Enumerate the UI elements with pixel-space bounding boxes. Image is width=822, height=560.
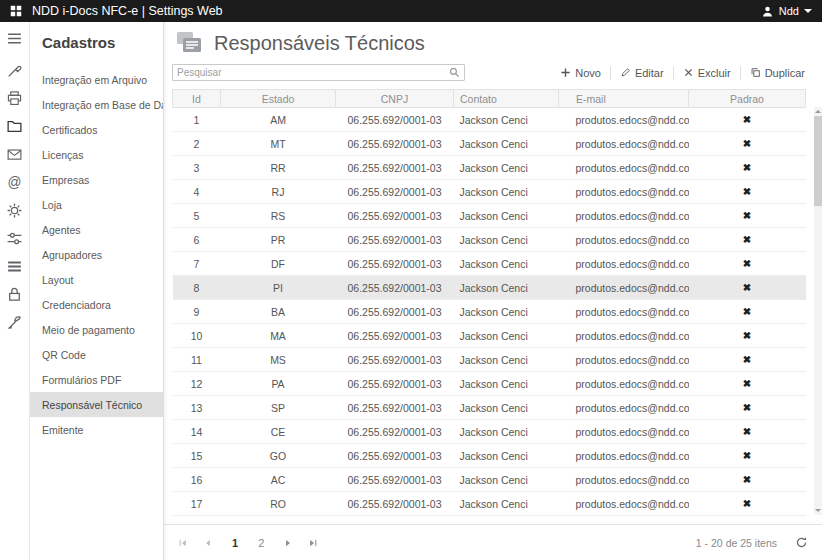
scroll-down-icon[interactable] <box>815 509 821 512</box>
folder-icon[interactable] <box>6 118 23 135</box>
column-header[interactable]: CNPJ <box>336 90 454 108</box>
padrao-x-icon: ✖ <box>689 468 806 492</box>
table-row[interactable]: 14CE06.255.692/0001-03Jackson Cenciprodu… <box>173 420 806 444</box>
search-icon[interactable] <box>449 67 460 78</box>
search-input[interactable] <box>177 67 449 78</box>
cell-id: 10 <box>173 324 221 348</box>
sidebar-item[interactable]: Formulários PDF <box>30 367 163 392</box>
excluir-label: Excluir <box>698 67 731 79</box>
table-row[interactable]: 5RS06.255.692/0001-03Jackson Cenciprodut… <box>173 204 806 228</box>
scrollbar-thumb[interactable] <box>814 116 822 206</box>
column-header[interactable]: Contato <box>454 90 559 108</box>
stack-icon[interactable] <box>6 258 23 275</box>
mail-icon[interactable] <box>6 146 23 163</box>
sidebar-item[interactable]: Empresas <box>30 167 163 192</box>
last-page-button[interactable] <box>308 538 318 548</box>
padrao-x-icon: ✖ <box>689 372 806 396</box>
table-row[interactable]: 7DF06.255.692/0001-03Jackson Cenciprodut… <box>173 252 806 276</box>
column-header[interactable]: Id <box>173 90 221 108</box>
sidebar-item[interactable]: Integração em Base de Dados <box>30 92 163 117</box>
table-row[interactable]: 8PI06.255.692/0001-03Jackson Cenciprodut… <box>173 276 806 300</box>
sidebar-item[interactable]: Emitente <box>30 417 163 442</box>
sidebar-item[interactable]: Credenciadora <box>30 292 163 317</box>
sidebar-item[interactable]: Licenças <box>30 142 163 167</box>
printer-icon[interactable] <box>6 90 23 107</box>
sidebar-item[interactable]: Agentes <box>30 217 163 242</box>
wrench-icon[interactable] <box>6 314 23 331</box>
sidebar-item[interactable]: Layout <box>30 267 163 292</box>
prev-page-icon <box>203 538 213 548</box>
table-scrollbar[interactable] <box>814 107 822 515</box>
padrao-x-icon: ✖ <box>689 252 806 276</box>
toolbar: Novo Editar Excluir Duplicar <box>164 60 822 89</box>
gear-icon[interactable] <box>6 202 23 219</box>
column-header[interactable]: E-mail <box>559 90 689 108</box>
cell-id: 1 <box>173 108 221 132</box>
padrao-x-icon: ✖ <box>689 324 806 348</box>
sidebar-item[interactable]: Loja <box>30 192 163 217</box>
delete-x-icon <box>683 67 694 78</box>
novo-button[interactable]: Novo <box>551 66 610 80</box>
edit-icon <box>620 67 631 78</box>
table-row[interactable]: 3RR06.255.692/0001-03Jackson Cenciprodut… <box>173 156 806 180</box>
table-row[interactable]: 13SP06.255.692/0001-03Jackson Cenciprodu… <box>173 396 806 420</box>
sidebar-item[interactable]: Responsável Técnico <box>30 392 163 417</box>
page-number[interactable]: 1 <box>228 536 242 550</box>
lock-icon[interactable] <box>6 286 23 303</box>
cell-email: produtos.edocs@ndd.com.br <box>559 348 689 372</box>
sliders-icon[interactable] <box>6 230 23 247</box>
next-page-button[interactable] <box>283 538 293 548</box>
user-menu[interactable]: Ndd <box>761 5 812 18</box>
pen-tool-icon[interactable] <box>6 62 23 79</box>
cell-email: produtos.edocs@ndd.com.br <box>559 372 689 396</box>
duplicar-button[interactable]: Duplicar <box>740 66 814 80</box>
cell-id: 2 <box>173 132 221 156</box>
table-row[interactable]: 17RO06.255.692/0001-03Jackson Cenciprodu… <box>173 492 806 516</box>
padrao-x-icon: ✖ <box>689 492 806 516</box>
cell-cnpj: 06.255.692/0001-03 <box>336 324 454 348</box>
table-row[interactable]: 4RJ06.255.692/0001-03Jackson Cenciprodut… <box>173 180 806 204</box>
cell-cnpj: 06.255.692/0001-03 <box>336 156 454 180</box>
table-row[interactable]: 6PR06.255.692/0001-03Jackson Cenciprodut… <box>173 228 806 252</box>
apps-grid-icon[interactable] <box>10 5 22 17</box>
documents-icon <box>174 30 204 56</box>
cell-email: produtos.edocs@ndd.com.br <box>559 252 689 276</box>
column-header[interactable]: Padrao <box>689 90 806 108</box>
column-header[interactable]: Estado <box>221 90 336 108</box>
table-row[interactable]: 2MT06.255.692/0001-03Jackson Cenciprodut… <box>173 132 806 156</box>
cell-estado: GO <box>221 444 336 468</box>
scroll-up-icon[interactable] <box>815 110 821 113</box>
cell-contato: Jackson Cenci <box>454 228 559 252</box>
table-row[interactable]: 9BA06.255.692/0001-03Jackson Cenciprodut… <box>173 300 806 324</box>
table-row[interactable]: 16AC06.255.692/0001-03Jackson Cenciprodu… <box>173 468 806 492</box>
menu-icon[interactable] <box>6 30 23 47</box>
at-sign-icon[interactable]: @ <box>6 174 23 191</box>
editar-button[interactable]: Editar <box>610 66 673 80</box>
excluir-button[interactable]: Excluir <box>673 66 740 80</box>
page-number[interactable]: 2 <box>254 536 268 550</box>
table-row[interactable]: 10MA06.255.692/0001-03Jackson Cenciprodu… <box>173 324 806 348</box>
cell-email: produtos.edocs@ndd.com.br <box>559 132 689 156</box>
table-row[interactable]: 11MS06.255.692/0001-03Jackson Cenciprodu… <box>173 348 806 372</box>
cell-id: 15 <box>173 444 221 468</box>
sidebar-item[interactable]: Certificados <box>30 117 163 142</box>
sidebar-item[interactable]: Integração em Arquivo <box>30 67 163 92</box>
first-page-button[interactable] <box>178 538 188 548</box>
cell-email: produtos.edocs@ndd.com.br <box>559 108 689 132</box>
sidebar-item[interactable]: Meio de pagamento <box>30 317 163 342</box>
sidebar-item[interactable]: Agrupadores <box>30 242 163 267</box>
cell-cnpj: 06.255.692/0001-03 <box>336 252 454 276</box>
padrao-x-icon: ✖ <box>689 396 806 420</box>
padrao-x-icon: ✖ <box>689 204 806 228</box>
app-title: NDD i-Docs NFC-e | Settings Web <box>32 4 223 18</box>
pagination-bar: 12 1 - 20 de 25 itens <box>164 524 822 560</box>
table-row[interactable]: 1AM06.255.692/0001-03Jackson Cenciprodut… <box>173 108 806 132</box>
padrao-x-icon: ✖ <box>689 228 806 252</box>
cell-contato: Jackson Cenci <box>454 156 559 180</box>
prev-page-button[interactable] <box>203 538 213 548</box>
sidebar-item[interactable]: QR Code <box>30 342 163 367</box>
cell-estado: MS <box>221 348 336 372</box>
table-row[interactable]: 15GO06.255.692/0001-03Jackson Cenciprodu… <box>173 444 806 468</box>
refresh-button[interactable] <box>795 536 808 549</box>
table-row[interactable]: 12PA06.255.692/0001-03Jackson Cenciprodu… <box>173 372 806 396</box>
